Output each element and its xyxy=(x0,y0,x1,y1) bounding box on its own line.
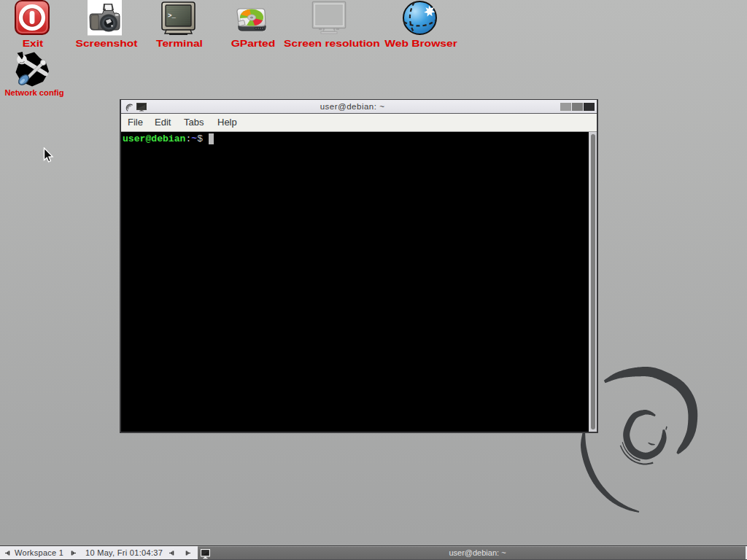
svg-text:>_: >_ xyxy=(168,12,176,20)
